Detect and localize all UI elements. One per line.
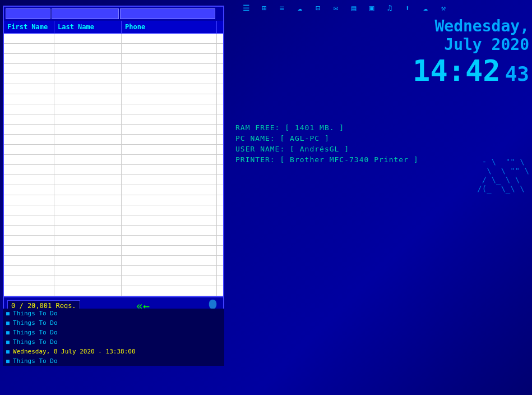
cell-last <box>54 114 122 124</box>
col-phone: Phone <box>122 21 217 33</box>
cell-last <box>54 246 122 255</box>
cell-first <box>4 54 54 63</box>
table-row[interactable] <box>4 286 223 296</box>
search-last-input[interactable] <box>52 8 119 19</box>
search-bar <box>4 7 223 21</box>
toolbar: ☰ ⊞ ≡ ☁ ⊟ ✉ ▤ ▣ ♫ ⬆ ☁ ⚒ <box>235 0 532 16</box>
settings-icon[interactable]: ⊞ <box>258 2 270 14</box>
cloud2-icon[interactable]: ☁ <box>419 2 432 14</box>
todo-item: ■ Things To Do <box>3 309 224 318</box>
table-row[interactable] <box>4 74 223 84</box>
cell-last <box>54 54 122 63</box>
table-row[interactable] <box>4 195 223 205</box>
search-phone-input[interactable] <box>120 8 215 19</box>
time-hhmm: 14:42 <box>413 54 501 88</box>
table-row[interactable] <box>4 145 223 155</box>
cell-phone <box>122 135 217 144</box>
table-row[interactable] <box>4 64 223 74</box>
table-row[interactable] <box>4 226 223 236</box>
cell-first <box>4 145 54 154</box>
todo-text: Things To Do <box>13 319 57 327</box>
cell-last <box>54 286 122 296</box>
todo-bullet-icon: ■ <box>6 358 10 364</box>
table-body <box>4 34 223 296</box>
cell-first <box>4 266 54 275</box>
email-icon[interactable]: ✉ <box>330 2 342 14</box>
cell-phone <box>122 276 217 286</box>
table-row[interactable] <box>4 44 223 54</box>
cell-last <box>54 34 122 43</box>
table-row[interactable] <box>4 94 223 104</box>
table-row[interactable] <box>4 246 223 256</box>
cell-phone <box>122 246 217 255</box>
cell-first <box>4 276 54 286</box>
tool-icon[interactable]: ⚒ <box>437 2 450 14</box>
address-book: First Name Last Name Phone 0 / 20,001 R <box>3 6 224 315</box>
table-row[interactable] <box>4 114 223 125</box>
ram-info: RAM FREE: [ 1401 MB. ] <box>235 123 419 132</box>
cell-phone <box>122 226 217 235</box>
search-first-input[interactable] <box>6 8 50 19</box>
cell-phone <box>122 44 217 53</box>
cell-first <box>4 175 54 185</box>
volume-icon[interactable]: ♫ <box>383 2 396 14</box>
col-last-name: Last Name <box>54 21 122 33</box>
table-row[interactable] <box>4 125 223 135</box>
table-row[interactable] <box>4 205 223 215</box>
cell-first <box>4 246 54 255</box>
cell-first <box>4 64 54 74</box>
table-row[interactable] <box>4 236 223 246</box>
cell-first <box>4 114 54 124</box>
list-icon[interactable]: ☰ <box>240 2 252 14</box>
cell-phone <box>122 215 217 225</box>
bullet-list-icon[interactable]: ≡ <box>276 2 288 14</box>
todo-bullet-icon: ■ <box>6 339 10 345</box>
cell-last <box>54 276 122 286</box>
cell-first <box>4 135 54 144</box>
cell-first <box>4 74 54 84</box>
date-time-display: Wednesday, July 2020 14:42 43 <box>413 17 532 88</box>
cell-last <box>54 165 122 174</box>
cell-first <box>4 286 54 296</box>
cell-last <box>54 145 122 154</box>
table-row[interactable] <box>4 215 223 226</box>
cell-first <box>4 215 54 225</box>
table-row[interactable] <box>4 155 223 165</box>
cell-last <box>54 64 122 74</box>
cell-first <box>4 94 54 104</box>
cell-phone <box>122 266 217 275</box>
things-todo-panel: ■ Things To Do ■ Things To Do ■ Things T… <box>3 309 224 366</box>
table-row[interactable] <box>4 185 223 195</box>
monitor-icon[interactable]: ▣ <box>366 2 378 14</box>
table-row[interactable] <box>4 34 223 44</box>
upload-icon[interactable]: ⬆ <box>401 2 414 14</box>
user-info: USER NAME: [ AndrésGL ] <box>235 145 419 153</box>
cell-phone <box>122 84 217 94</box>
table-row[interactable] <box>4 276 223 286</box>
grid-icon[interactable]: ⊟ <box>312 2 324 14</box>
table-row[interactable] <box>4 54 223 64</box>
table-row[interactable] <box>4 104 223 114</box>
cell-first <box>4 34 54 43</box>
date-month-year: July 2020 <box>413 35 529 54</box>
table-row[interactable] <box>4 84 223 94</box>
cell-last <box>54 175 122 185</box>
table-row[interactable] <box>4 266 223 276</box>
table-row[interactable] <box>4 256 223 266</box>
pc-info: PC NAME: [ AGL-PC ] <box>235 134 419 143</box>
todo-text: Things To Do <box>13 338 57 346</box>
cell-last <box>54 266 122 275</box>
todo-item: ■ Things To Do <box>3 356 224 366</box>
cell-last <box>54 215 122 225</box>
cell-last <box>54 195 122 205</box>
cloud-icon[interactable]: ☁ <box>294 2 306 14</box>
cell-phone <box>122 195 217 205</box>
table-row[interactable] <box>4 175 223 185</box>
todo-bullet-icon: ■ <box>6 348 10 355</box>
cell-last <box>54 104 122 114</box>
cell-first <box>4 185 54 195</box>
cell-first <box>4 256 54 265</box>
print-icon[interactable]: ▤ <box>348 2 360 14</box>
table-row[interactable] <box>4 165 223 175</box>
table-row[interactable] <box>4 135 223 145</box>
